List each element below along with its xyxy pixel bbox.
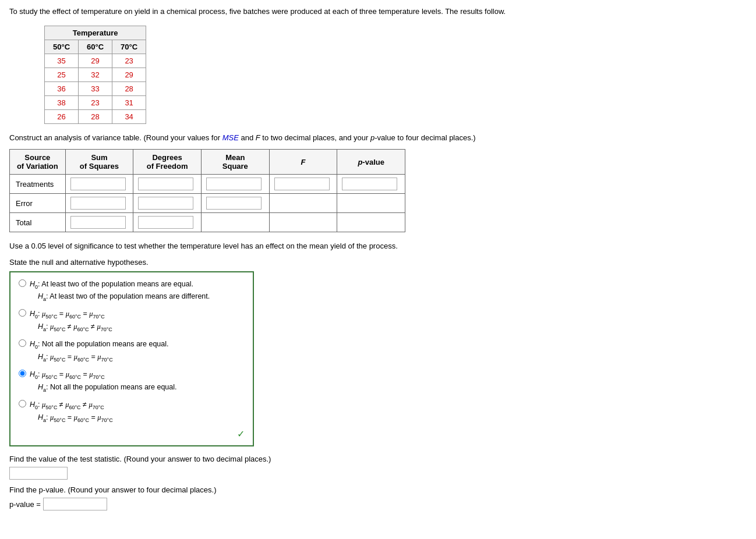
hyp4-h0: H0: μ50°C = μ60°C = μ70°C [30, 368, 177, 381]
error-ms-cell[interactable] [201, 194, 269, 213]
hyp1-lines: H0: At least two of the population means… [30, 278, 210, 304]
hyp3-ha: Ha: μ50°C = μ60°C = μ70°C [38, 351, 169, 364]
total-f-cell [269, 213, 337, 232]
hyp2-h0: H0: μ50°C = μ60°C = μ70°C [30, 308, 112, 321]
treatments-df-cell[interactable] [133, 175, 202, 194]
temp-cell-3-2: 31 [112, 95, 146, 109]
temp-cell-0-1: 29 [79, 54, 112, 68]
treatments-ms-input[interactable] [206, 178, 262, 190]
pvalue-row: p-value = [9, 498, 747, 510]
hyp4-radio[interactable] [19, 370, 26, 377]
anova-header-pvalue: p-value [337, 150, 405, 175]
hyp1-ha: Ha: At least two of the population means… [38, 290, 210, 303]
temp-row-1: 253229 [45, 68, 146, 81]
hypotheses-box: H0: At least two of the population means… [9, 271, 254, 447]
temp-cell-4-1: 28 [79, 109, 112, 123]
find-pvalue-text: Find the p-value. (Round your answer to … [9, 485, 747, 494]
error-ss-cell[interactable] [65, 194, 133, 213]
temp-table-wrapper: Temperature 50°C 60°C 70°C 3529232532293… [44, 26, 747, 124]
temp-table: Temperature 50°C 60°C 70°C 3529232532293… [44, 26, 146, 124]
hyp-option-1[interactable]: H0: At least two of the population means… [19, 278, 245, 304]
treatments-f-input[interactable] [274, 178, 330, 190]
hyp5-h0: H0: μ50°C ≠ μ60°C ≠ μ70°C [30, 399, 113, 412]
hyp4-ha: Ha: Not all the population means are equ… [38, 381, 177, 394]
temp-cell-0-2: 23 [112, 54, 146, 68]
error-df-input[interactable] [138, 197, 193, 210]
hyp2-ha: Ha: μ50°C ≠ μ60°C ≠ μ70°C [38, 321, 112, 334]
treatments-pvalue-input[interactable] [342, 178, 397, 190]
hyp2-radio[interactable] [19, 309, 26, 317]
temp-row-3: 382331 [45, 95, 146, 109]
temp-cell-3-1: 23 [79, 95, 112, 109]
error-df-cell[interactable] [133, 194, 202, 213]
anova-row-error: Error [10, 194, 405, 213]
temp-cell-0-0: 35 [45, 54, 79, 68]
temp-cell-4-2: 34 [112, 109, 146, 123]
treatments-df-input[interactable] [138, 178, 193, 190]
anova-header-f: F [269, 150, 337, 175]
anova-header-ms: MeanSquare [201, 150, 269, 175]
hyp-option-5[interactable]: H0: μ50°C ≠ μ60°C ≠ μ70°C Ha: μ50°C = μ6… [19, 399, 245, 424]
anova-header-df: Degreesof Freedom [133, 150, 202, 175]
anova-row-treatments: Treatments [10, 175, 405, 194]
test-stat-input[interactable] [9, 467, 68, 480]
treatments-ms-cell[interactable] [201, 175, 269, 194]
treatments-f-cell[interactable] [269, 175, 337, 194]
temp-row-4: 262834 [45, 109, 146, 123]
temp-cell-4-0: 26 [45, 109, 79, 123]
temp-row-0: 352923 [45, 54, 146, 68]
hyp5-radio[interactable] [19, 400, 26, 407]
error-pvalue-cell [337, 194, 405, 213]
pvalue-input[interactable] [43, 498, 107, 510]
hyp1-radio[interactable] [19, 279, 26, 287]
hyp2-lines: H0: μ50°C = μ60°C = μ70°C Ha: μ50°C ≠ μ6… [30, 308, 112, 334]
checkmark-icon: ✓ [19, 428, 245, 439]
temp-cell-2-0: 36 [45, 81, 79, 95]
hyp-option-2[interactable]: H0: μ50°C = μ60°C = μ70°C Ha: μ50°C ≠ μ6… [19, 308, 245, 334]
hyp3-h0: H0: Not all the population means are equ… [30, 338, 169, 351]
hyp3-lines: H0: Not all the population means are equ… [30, 338, 169, 364]
hyp3-radio[interactable] [19, 339, 26, 347]
temp-cell-1-2: 29 [112, 68, 146, 81]
hyp5-ha: Ha: μ50°C = μ60°C = μ70°C [38, 412, 113, 424]
col-header-60: 60°C [79, 40, 112, 54]
total-label: Total [10, 213, 66, 232]
total-pvalue-cell [337, 213, 405, 232]
state-text: State the null and alternative hypothese… [9, 258, 747, 267]
temp-row-2: 363328 [45, 81, 146, 95]
error-label: Error [10, 194, 66, 213]
temp-table-caption: Temperature [45, 26, 146, 40]
intro-text: To study the effect of temperature on yi… [9, 6, 747, 17]
anova-header-source: Sourceof Variation [10, 150, 66, 175]
treatments-ss-input[interactable] [70, 178, 126, 190]
anova-header-ss: Sumof Squares [65, 150, 133, 175]
temp-cell-2-1: 33 [79, 81, 112, 95]
hyp-option-4[interactable]: H0: μ50°C = μ60°C = μ70°C Ha: Not all th… [19, 368, 245, 394]
total-df-cell[interactable] [133, 213, 202, 232]
hyp-option-3[interactable]: H0: Not all the population means are equ… [19, 338, 245, 364]
pvalue-label: p-value = [9, 500, 41, 509]
anova-table: Sourceof Variation Sumof Squares Degrees… [9, 149, 405, 232]
total-df-input[interactable] [138, 216, 193, 229]
hyp5-lines: H0: μ50°C ≠ μ60°C ≠ μ70°C Ha: μ50°C = μ6… [30, 399, 113, 424]
construct-text: Construct an analysis of variance table.… [9, 132, 747, 144]
hyp4-lines: H0: μ50°C = μ60°C = μ70°C Ha: Not all th… [30, 368, 177, 394]
temp-cell-1-1: 32 [79, 68, 112, 81]
col-header-50: 50°C [45, 40, 79, 54]
total-ss-input[interactable] [70, 216, 126, 229]
temp-cell-1-0: 25 [45, 68, 79, 81]
temp-cell-2-2: 28 [112, 81, 146, 95]
total-ms-cell [201, 213, 269, 232]
total-ss-cell[interactable] [65, 213, 133, 232]
col-header-70: 70°C [112, 40, 146, 54]
hyp1-h0: H0: At least two of the population means… [30, 278, 210, 291]
error-ms-input[interactable] [206, 197, 262, 210]
anova-row-total: Total [10, 213, 405, 232]
treatments-label: Treatments [10, 175, 66, 194]
temp-cell-3-0: 38 [45, 95, 79, 109]
treatments-ss-cell[interactable] [65, 175, 133, 194]
treatments-pvalue-cell[interactable] [337, 175, 405, 194]
find-stat-text: Find the value of the test statistic. (R… [9, 455, 747, 463]
use-text: Use a 0.05 level of significance to test… [9, 240, 747, 252]
error-ss-input[interactable] [70, 197, 126, 210]
